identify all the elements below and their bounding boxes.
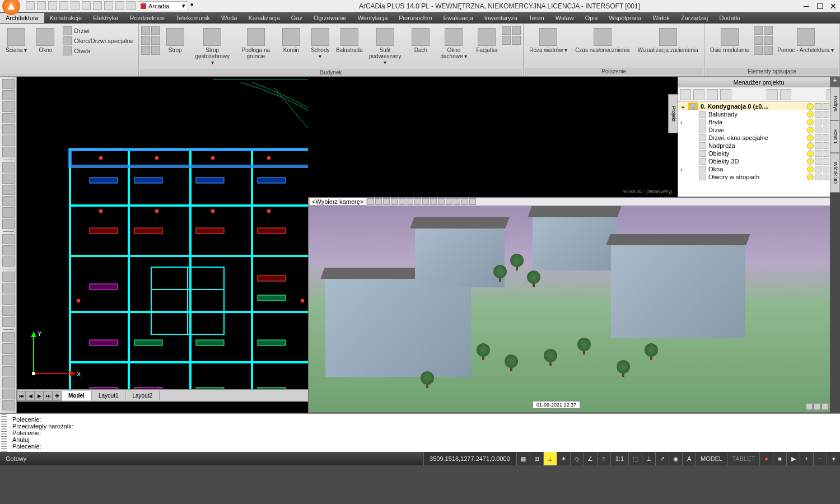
left-tool-button[interactable] — [2, 174, 15, 184]
sb-tablet[interactable]: TABLET — [727, 452, 759, 465]
ribbon-button[interactable]: Wizualizacja zacienienia — [634, 26, 701, 55]
left-tool-button[interactable] — [2, 185, 15, 195]
ribbon-small-button[interactable] — [141, 36, 150, 45]
left-tool-button[interactable] — [2, 196, 15, 206]
tree-item[interactable]: ›Bryła — [678, 118, 839, 126]
menu-tab-gaz[interactable]: Gaz — [286, 13, 308, 23]
ribbon-button[interactable]: Schody ▾ — [306, 26, 334, 62]
menu-tab-architektura[interactable]: Architektura — [0, 13, 44, 23]
ribbon-small-button[interactable] — [141, 46, 150, 55]
v3d-nav-btn[interactable] — [814, 403, 820, 410]
layer-combo[interactable]: Arcadia▾ — [138, 1, 188, 11]
ribbon-small-button[interactable] — [764, 46, 773, 55]
layout-tab[interactable]: Layout2 — [125, 391, 160, 400]
sb-iso-icon[interactable]: ⬚ — [628, 452, 642, 465]
left-tool-button[interactable] — [2, 306, 15, 316]
menu-tab-zarządzaj[interactable]: Zarządzaj — [675, 13, 713, 23]
camera-select[interactable]: <Wybierz kamerę> — [309, 198, 366, 206]
ribbon-button[interactable]: Strop — [161, 26, 189, 55]
qat-open-icon[interactable] — [37, 1, 46, 10]
menu-tab-widok[interactable]: Widok — [647, 13, 675, 23]
dock-tab-rzut[interactable]: Rzut 1 — [830, 120, 840, 153]
v3d-btn[interactable] — [399, 198, 405, 205]
menu-tab-ewakuacja[interactable]: Ewakuacja — [438, 13, 479, 23]
menu-tab-ogrzewanie[interactable]: Ogrzewanie — [308, 13, 352, 23]
layout-tab[interactable]: Layout1 — [92, 391, 126, 400]
ribbon-small-button[interactable] — [764, 36, 773, 45]
close-button[interactable]: ✕ — [827, 0, 840, 12]
left-tool-button[interactable] — [2, 207, 15, 217]
menu-tab-inwentaryza[interactable]: Inwentaryza — [479, 13, 523, 23]
ribbon-button[interactable]: Okno — [31, 26, 59, 55]
v3d-btn[interactable] — [430, 198, 437, 205]
minimize-button[interactable]: ─ — [800, 0, 813, 12]
menu-tab-teren[interactable]: Teren — [523, 13, 550, 23]
qat-snow-icon[interactable] — [115, 1, 124, 10]
qat-sun-icon[interactable] — [104, 1, 113, 10]
ribbon-small-button[interactable] — [754, 36, 763, 45]
qat-undo-icon[interactable] — [71, 1, 80, 10]
dock-tab-widok3d[interactable]: Widok 3D — [830, 153, 840, 193]
v3d-btn[interactable] — [438, 198, 445, 205]
tree-item[interactable]: Drzwi, okna specjalne — [678, 134, 839, 142]
ribbon-button[interactable]: Pomoc - Architektura ▾ — [774, 26, 837, 55]
menu-tab-elektryka[interactable]: Elektryka — [87, 13, 124, 23]
left-tool-button[interactable] — [2, 366, 15, 376]
ribbon-small-button[interactable] — [141, 26, 150, 35]
left-tool-button[interactable] — [2, 79, 15, 89]
tab-nav-first[interactable]: ⏮ — [17, 391, 26, 401]
menu-tab-telekomunik[interactable]: Telekomunik — [170, 13, 216, 23]
v3d-nav-btn[interactable] — [822, 403, 828, 410]
sb-ann-icon[interactable]: A — [682, 452, 696, 465]
ribbon-small-button[interactable] — [502, 26, 511, 35]
ribbon-button[interactable]: Komin — [277, 26, 305, 55]
sb-ortho-icon[interactable]: ⟂ — [543, 452, 557, 465]
qat-new-icon[interactable] — [26, 1, 35, 10]
ribbon-button[interactable]: Czas nasłonecznienia — [572, 26, 633, 55]
pm-btn[interactable] — [767, 89, 778, 100]
menu-tab-rozdzielnice[interactable]: Rozdzielnice — [124, 13, 170, 23]
left-tool-button[interactable] — [2, 400, 15, 410]
left-tool-button[interactable] — [2, 90, 15, 100]
sb-snap-icon[interactable]: ▦ — [516, 452, 530, 465]
tab-nav-next[interactable]: ▶ — [35, 391, 44, 401]
ribbon-button[interactable]: Strop gęstożebrowy ▾ — [190, 26, 235, 68]
ribbon-small-button[interactable] — [754, 26, 763, 35]
tree-item[interactable]: Obiekty — [678, 150, 839, 157]
tab-nav-last[interactable]: ⏭ — [44, 391, 53, 401]
pm-btn[interactable] — [780, 89, 791, 100]
qat-print-icon[interactable] — [59, 1, 68, 10]
tree-item[interactable]: Balustrady — [678, 110, 839, 118]
v3d-nav-btn[interactable] — [806, 403, 813, 410]
menu-tab-wstaw[interactable]: Wstaw — [550, 13, 580, 23]
left-tool-button[interactable] — [2, 136, 15, 146]
sb-config-icon[interactable]: ▾ — [827, 452, 840, 465]
qat-bulb-icon[interactable] — [93, 1, 102, 10]
qat-redo-icon[interactable] — [82, 1, 91, 10]
left-tool-button[interactable] — [2, 389, 15, 399]
v3d-btn[interactable] — [407, 198, 413, 205]
ribbon-small-button[interactable] — [512, 26, 521, 35]
left-tool-button[interactable] — [2, 256, 15, 267]
qat-lock-icon[interactable] — [127, 1, 136, 10]
v3d-btn[interactable] — [422, 198, 429, 205]
qat-dropdown-icon[interactable]: ▾ — [190, 1, 199, 10]
tree-item[interactable]: Otwory w stropach — [678, 173, 839, 181]
ribbon-small-button[interactable] — [502, 36, 511, 45]
ribbon-small-button[interactable] — [151, 46, 160, 55]
left-tool-button[interactable] — [2, 234, 15, 244]
menu-tab-współpraca[interactable]: Współpraca — [603, 13, 647, 23]
sb-stop-icon[interactable]: ■ — [773, 452, 786, 465]
ribbon-button[interactable]: Róża wiatrów ▾ — [526, 26, 571, 55]
sb-rec-icon[interactable]: ● — [759, 452, 773, 465]
sb-play-icon[interactable]: ▶ — [786, 452, 800, 465]
v3d-btn[interactable] — [454, 198, 460, 205]
ribbon-button[interactable]: Otwór — [60, 46, 136, 56]
ribbon-button[interactable]: Podłoga na gruncie — [236, 26, 276, 62]
v3d-btn[interactable] — [375, 198, 382, 205]
left-tool-button[interactable] — [2, 317, 15, 327]
menu-tab-kanalizacja[interactable]: Kanalizacja — [243, 13, 286, 23]
sb-polar-icon[interactable]: ✶ — [557, 452, 570, 465]
pm-tree[interactable]: ⌄🏢0. Kondygnacja 0 (±0....Balustrady›Bry… — [678, 102, 839, 197]
menu-tab-woda[interactable]: Woda — [216, 13, 243, 23]
